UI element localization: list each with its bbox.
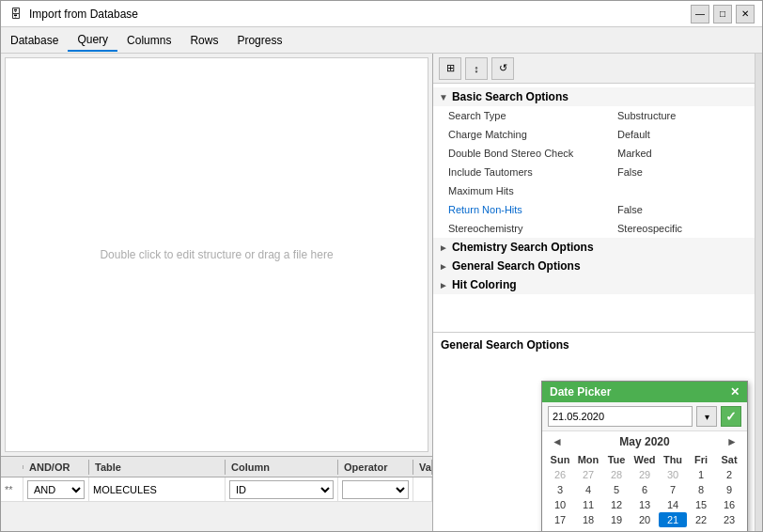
menu-rows[interactable]: Rows (180, 30, 227, 51)
row-column[interactable]: ID (226, 477, 338, 501)
menu-database[interactable]: Database (1, 30, 68, 51)
expand-icon-chemistry: ► (439, 243, 448, 253)
date-picker-label: Date Picker (550, 385, 611, 399)
option-tautomers: Include Tautomers False (441, 163, 747, 181)
option-value-tautomers: False (617, 166, 643, 178)
calendar-day[interactable]: 26 (546, 467, 574, 482)
date-picker-input-row: ▾ ✓ (542, 402, 747, 431)
expand-icon: ▼ (439, 92, 448, 102)
toolbar: ⊞ ↕ ↺ (433, 54, 755, 84)
col-header-column: Column (226, 460, 338, 475)
calendar-day[interactable]: 29 (687, 527, 715, 531)
date-calendar-toggle[interactable]: ▾ (696, 406, 717, 427)
expand-icon-general: ► (439, 261, 448, 272)
menu-columns[interactable]: Columns (117, 30, 180, 51)
calendar-nav: ◄ May 2020 ► (546, 435, 743, 448)
calendar-day[interactable]: 14 (659, 497, 687, 512)
scrollbar[interactable] (755, 54, 762, 531)
date-input[interactable] (548, 406, 693, 427)
andor-select[interactable]: AND OR (27, 480, 85, 499)
calendar-grid: Sun Mon Tue Wed Thu Fri Sat 262728293012… (546, 452, 743, 531)
calendar: ◄ May 2020 ► Sun Mon Tue Wed Thu Fri Sat (542, 431, 747, 531)
sort-icon-btn[interactable]: ↕ (465, 57, 488, 80)
close-button[interactable]: ✕ (736, 5, 755, 23)
basic-search-header[interactable]: ▼ Basic Search Options (433, 87, 755, 106)
option-label-search-type: Search Type (448, 110, 617, 121)
date-picker-close-button[interactable]: ✕ (730, 385, 740, 399)
calendar-day[interactable]: 24 (546, 527, 574, 531)
menu-progress[interactable]: Progress (227, 30, 291, 51)
calendar-day[interactable]: 6 (631, 482, 659, 497)
option-value-charge-matching: Default (617, 129, 650, 140)
date-confirm-button[interactable]: ✓ (721, 406, 741, 427)
row-operator[interactable] (338, 477, 413, 501)
title-bar-left: 🗄 Import from Database (8, 7, 138, 22)
option-return-non-hits: Return Non-Hits False (441, 200, 747, 219)
calendar-day[interactable]: 18 (574, 512, 602, 527)
calendar-day[interactable]: 25 (574, 527, 602, 531)
calendar-day[interactable]: 22 (687, 512, 715, 527)
table-row: ** AND OR MOLECULES ID (1, 477, 432, 502)
option-label-return-non-hits[interactable]: Return Non-Hits (448, 204, 617, 215)
general-search-header[interactable]: ► General Search Options (433, 257, 755, 275)
left-panel: Double click to edit structure or drag a… (1, 54, 433, 531)
calendar-day[interactable]: 21 (659, 512, 687, 527)
calendar-day[interactable]: 15 (687, 497, 715, 512)
calendar-day[interactable]: 19 (602, 512, 631, 527)
option-label-double-bond: Double Bond Stereo Check (448, 148, 617, 159)
calendar-day[interactable]: 16 (715, 497, 743, 512)
calendar-day[interactable]: 3 (546, 482, 574, 497)
calendar-day[interactable]: 10 (546, 497, 574, 512)
option-value-stereochemistry: Stereospecific (617, 223, 682, 234)
calendar-next-button[interactable]: ► (724, 435, 740, 448)
general-search-bottom: General Search Options (433, 332, 755, 361)
calendar-day[interactable]: 5 (602, 482, 631, 497)
calendar-day[interactable]: 11 (574, 497, 602, 512)
general-search-bottom-title: General Search Options (441, 338, 747, 352)
calendar-day[interactable]: 28 (602, 467, 631, 482)
window-title: Import from Database (29, 8, 138, 21)
option-stereochemistry: Stereochemistry Stereospecific (441, 219, 747, 238)
calendar-day[interactable]: 27 (631, 527, 659, 531)
row-num: ** (1, 477, 23, 501)
calendar-day[interactable]: 7 (659, 482, 687, 497)
calendar-day[interactable]: 30 (715, 527, 743, 531)
reset-icon: ↺ (499, 62, 507, 74)
option-label-stereochemistry: Stereochemistry (448, 223, 617, 234)
structure-area[interactable]: Double click to edit structure or drag a… (5, 57, 428, 452)
column-select[interactable]: ID (229, 480, 334, 499)
calendar-day[interactable]: 27 (574, 467, 602, 482)
minimize-button[interactable]: — (691, 5, 709, 23)
calendar-day[interactable]: 29 (631, 467, 659, 482)
operator-select[interactable] (342, 480, 409, 499)
option-label-charge-matching: Charge Matching (448, 129, 617, 140)
chemistry-search-header[interactable]: ► Chemistry Search Options (433, 238, 755, 257)
calendar-day[interactable]: 9 (715, 482, 743, 497)
calendar-day[interactable]: 8 (687, 482, 715, 497)
maximize-button[interactable]: □ (713, 5, 732, 23)
calendar-day[interactable]: 4 (574, 482, 602, 497)
hit-coloring-title: Hit Coloring (452, 278, 517, 291)
grid-icon: ⊞ (446, 62, 455, 74)
weekday-tue: Tue (602, 452, 631, 467)
calendar-day[interactable]: 13 (631, 497, 659, 512)
calendar-day[interactable]: 2 (715, 467, 743, 482)
date-picker: Date Picker ✕ ▾ ✓ ◄ May 2020 ► Sun (541, 381, 748, 531)
calendar-day[interactable]: 12 (602, 497, 631, 512)
weekday-wed: Wed (631, 452, 659, 467)
calendar-day[interactable]: 17 (546, 512, 574, 527)
reset-icon-btn[interactable]: ↺ (491, 57, 514, 80)
basic-search-content: Search Type Substructure Charge Matching… (433, 106, 755, 238)
calendar-prev-button[interactable]: ◄ (550, 435, 565, 448)
calendar-day[interactable]: 23 (715, 512, 743, 527)
grid-icon-btn[interactable]: ⊞ (439, 57, 461, 80)
hit-coloring-header[interactable]: ► Hit Coloring (433, 275, 755, 294)
row-andor[interactable]: AND OR (23, 477, 89, 501)
calendar-day[interactable]: 20 (631, 512, 659, 527)
calendar-day[interactable]: 30 (659, 467, 687, 482)
calendar-day[interactable]: 1 (687, 467, 715, 482)
calendar-day[interactable]: 28 (659, 527, 687, 531)
calendar-day[interactable]: 26 (602, 527, 631, 531)
menu-query[interactable]: Query (68, 29, 117, 52)
weekday-mon: Mon (574, 452, 602, 467)
